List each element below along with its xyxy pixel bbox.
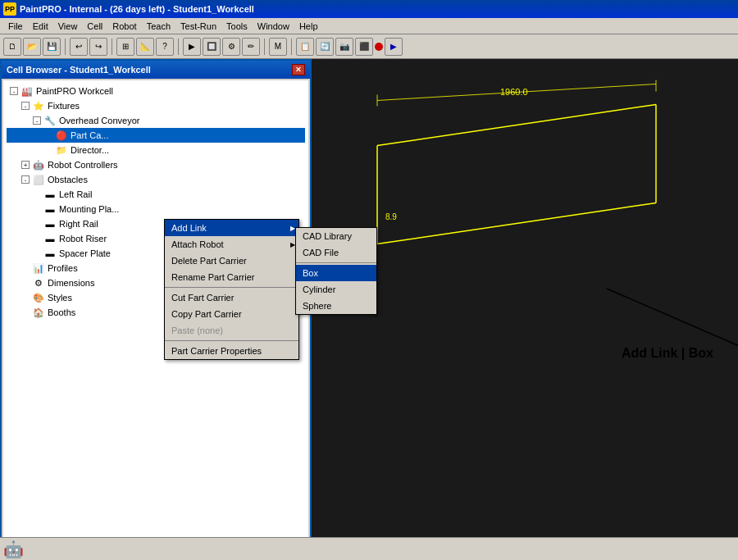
tree-label-director: Director... (71, 145, 109, 155)
tree-label-overhead: Overhead Conveyor (59, 116, 139, 125)
new-button[interactable]: 🗋 (3, 38, 21, 56)
ctx-item-attach-robot[interactable]: Attach Robot (165, 236, 298, 253)
menu-item-test-run[interactable]: Test-Run (175, 20, 221, 33)
tree-item-root[interactable]: -🏭PaintPRO Workcell (7, 84, 305, 98)
tree-item-robotctrl[interactable]: +🤖Robot Controllers (7, 157, 305, 172)
sep5 (291, 39, 292, 55)
ctx-submenu-box[interactable]: Box (296, 265, 376, 281)
context-menu-primary: Add LinkAttach RobotDelete Part CarrierR… (164, 219, 299, 360)
tree-label-mountingpl: Mounting Pla... (59, 204, 119, 214)
cell-browser-titlebar: Cell Browser - Student1_Workcell ✕ (2, 61, 310, 79)
undo-button[interactable]: ↩ (70, 38, 88, 56)
title-bar: PP PaintPRO - Internal - (26 days left) … (0, 0, 738, 18)
ctx-submenu-cad library[interactable]: CAD Library (296, 228, 376, 244)
redo-button[interactable]: ↪ (89, 38, 107, 56)
tree-item-leftrail[interactable]: ▬Left Rail (7, 187, 305, 202)
expand-fixtures[interactable]: - (21, 102, 30, 110)
ctx-submenu-cylinder[interactable]: Cylinder (296, 281, 376, 298)
status-icon: 🤖 (3, 540, 24, 559)
record-btn[interactable] (375, 43, 383, 51)
main-area: Cell Browser - Student1_Workcell ✕ -🏭Pai… (0, 59, 738, 560)
tool6[interactable]: 📋 (296, 38, 314, 56)
menu-item-help[interactable]: Help (294, 20, 323, 33)
tree-icon-mountingpl: ▬ (43, 203, 57, 216)
tree-item-director[interactable]: 📁Director... (7, 143, 305, 157)
open-button[interactable]: 📂 (23, 38, 41, 56)
svg-text:1960.0: 1960.0 (500, 87, 528, 97)
menu-item-tools[interactable]: Tools (221, 20, 253, 33)
expand-root[interactable]: - (10, 87, 18, 95)
menu-item-view[interactable]: View (53, 20, 83, 33)
tree-icon-director: 📁 (55, 143, 68, 157)
tool9[interactable]: ⬛ (355, 38, 373, 56)
tree-label-partcar: Part Ca... (71, 130, 108, 140)
svg-line-0 (377, 105, 656, 146)
tree-icon-robotriser: ▬ (43, 232, 57, 245)
grid-button[interactable]: ⊞ (116, 38, 134, 56)
menu-item-file[interactable]: File (3, 20, 28, 33)
ctx-item-rename-part-carrier[interactable]: Rename Part Carrier (165, 269, 298, 285)
tree-icon-spacerplate: ▬ (43, 247, 57, 260)
annotation-label: Add Link | Box (622, 346, 713, 361)
tree-item-mountingpl[interactable]: ▬Mounting Pla... (7, 202, 305, 216)
tool7[interactable]: 🔄 (316, 38, 334, 56)
ctx-item-add-link[interactable]: Add Link (165, 220, 298, 236)
context-menu-submenu: CAD LibraryCAD FileBoxCylinderSphere (295, 227, 377, 315)
menu-item-window[interactable]: Window (253, 20, 294, 33)
tree-icon-dimensions: ⚙ (32, 276, 45, 289)
tree-icon-rightrail: ▬ (43, 217, 57, 230)
ctx-submenu-cad file[interactable]: CAD File (296, 244, 376, 261)
menu-item-robot[interactable]: Robot (107, 20, 141, 33)
tree-label-robotctrl: Robot Controllers (48, 160, 118, 170)
tool2[interactable]: 🔲 (203, 38, 221, 56)
tree-icon-obstacles: ⬜ (32, 173, 45, 186)
run-button[interactable]: ▶ (183, 38, 201, 56)
tree-icon-profiles: 📊 (32, 262, 45, 275)
tree-label-profiles: Profiles (48, 263, 78, 273)
question-button[interactable]: ? (156, 38, 174, 56)
tree-icon-overhead: 🔧 (43, 114, 57, 127)
tool3[interactable]: ⚙ (222, 38, 240, 56)
ctx-item-delete-part-carrier[interactable]: Delete Part Carrier (165, 253, 298, 269)
ctx-item-copy-part-carrier[interactable]: Copy Part Carrier (165, 306, 298, 322)
tree-label-styles: Styles (48, 293, 72, 303)
menu-item-cell[interactable]: Cell (82, 20, 107, 33)
tree-item-obstacles[interactable]: -⬜Obstacles (7, 172, 305, 187)
window-title: PaintPRO - Internal - (26 days left) - S… (20, 4, 254, 14)
tree-icon-styles: 🎨 (32, 291, 45, 304)
ctx-submenu-sphere[interactable]: Sphere (296, 298, 376, 314)
play-btn[interactable]: ▶ (385, 38, 403, 56)
tree-label-root: PaintPRO Workcell (36, 86, 113, 96)
tree-label-dimensions: Dimensions (48, 278, 94, 288)
expand-overhead[interactable]: - (33, 116, 41, 125)
cell-browser-close[interactable]: ✕ (292, 64, 305, 75)
tool4[interactable]: ✏ (242, 38, 260, 56)
tree-item-overhead[interactable]: -🔧Overhead Conveyor (7, 113, 305, 128)
tool5[interactable]: M (269, 38, 287, 56)
save-button[interactable]: 💾 (43, 38, 61, 56)
tree-item-partcar[interactable]: 🔴Part Ca... (7, 128, 305, 143)
ctx-sep (296, 262, 376, 263)
ctx-item-paste-(none): Paste (none) (165, 322, 298, 339)
toolbar: 🗋 📂 💾 ↩ ↪ ⊞ 📐 ? ▶ 🔲 ⚙ ✏ M 📋 🔄 📷 ⬛ ▶ (0, 34, 738, 59)
tree-icon-root: 🏭 (20, 84, 34, 98)
measure-button[interactable]: 📐 (136, 38, 154, 56)
ctx-item-cut-fart-carrier[interactable]: Cut Fart Carrier (165, 289, 298, 306)
tool8[interactable]: 📷 (335, 38, 353, 56)
ctx-item-part-carrier-properties[interactable]: Part Carrier Properties (165, 343, 298, 359)
expand-obstacles[interactable]: - (21, 175, 30, 184)
svg-line-3 (377, 203, 656, 244)
tree-item-fixtures[interactable]: -⭐Fixtures (7, 98, 305, 113)
tree-label-leftrail: Left Rail (59, 189, 92, 199)
tree-label-spacerplate: Spacer Plate (59, 248, 111, 258)
menu-bar: FileEditViewCellRobotTeachTest-RunToolsW… (0, 18, 738, 34)
tree-icon-partcar: 🔴 (55, 129, 68, 142)
menu-item-edit[interactable]: Edit (28, 20, 53, 33)
menu-item-teach[interactable]: Teach (142, 20, 175, 33)
tree-label-fixtures: Fixtures (48, 101, 80, 111)
tree-label-obstacles: Obstacles (48, 175, 88, 184)
sep3 (178, 39, 179, 55)
status-bar: 🤖 (0, 537, 738, 560)
expand-robotctrl[interactable]: + (21, 161, 30, 169)
tree-label-rightrail: Right Rail (59, 219, 98, 229)
